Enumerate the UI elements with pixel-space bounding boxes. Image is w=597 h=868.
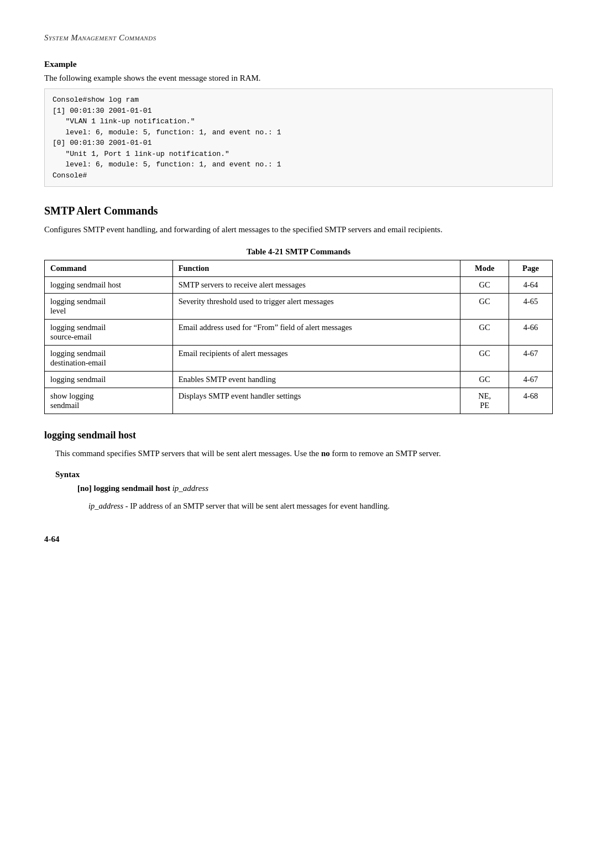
table-cell-page: 4-64 <box>509 277 553 294</box>
smtp-section: SMTP Alert Commands Configures SMTP even… <box>44 205 553 414</box>
table-row: logging sendmailEnables SMTP event handl… <box>45 372 553 388</box>
table-row: logging sendmail hostSMTP servers to rec… <box>45 277 553 294</box>
table-cell-mode: GC <box>460 346 509 372</box>
table-header-row: Command Function Mode Page <box>45 260 553 277</box>
syntax-line: [no] logging sendmail host ip_address <box>55 484 553 493</box>
table-cell-command: show logging sendmail <box>45 388 173 414</box>
syntax-container: Syntax [no] logging sendmail host ip_add… <box>44 470 553 513</box>
param-desc-text: - IP address of an SMTP server that will… <box>123 501 390 510</box>
col-header-mode: Mode <box>460 260 509 277</box>
param-description: ip_address - IP address of an SMTP serve… <box>55 500 553 513</box>
col-header-function: Function <box>172 260 460 277</box>
table-cell-page: 4-67 <box>509 346 553 372</box>
logging-description: This command specifies SMTP servers that… <box>44 447 553 460</box>
table-row: show logging sendmailDisplays SMTP event… <box>45 388 553 414</box>
smtp-commands-table: Command Function Mode Page logging sendm… <box>44 260 553 414</box>
table-cell-command: logging sendmail source-email <box>45 320 173 346</box>
smtp-description: Configures SMTP event handling, and forw… <box>44 223 553 236</box>
table-cell-mode: GC <box>460 372 509 388</box>
table-cell-function: Email recipients of alert messages <box>172 346 460 372</box>
col-header-page: Page <box>509 260 553 277</box>
logging-desc-part1: This command specifies SMTP servers that… <box>55 449 321 458</box>
table-cell-function: Enables SMTP event handling <box>172 372 460 388</box>
table-cell-mode: GC <box>460 294 509 320</box>
table-cell-command: logging sendmail <box>45 372 173 388</box>
table-cell-page: 4-68 <box>509 388 553 414</box>
table-caption: Table 4-21 SMTP Commands <box>44 247 553 257</box>
page-header: System Management Commands <box>44 33 553 43</box>
table-cell-command: logging sendmail level <box>45 294 173 320</box>
logging-desc-bold: no <box>321 449 330 458</box>
syntax-heading: Syntax <box>55 470 553 479</box>
table-cell-page: 4-66 <box>509 320 553 346</box>
syntax-bold: [no] logging sendmail host <box>77 484 172 493</box>
table-cell-mode: GC <box>460 277 509 294</box>
example-intro: The following example shows the event me… <box>44 74 553 83</box>
table-row: logging sendmail destination-emailEmail … <box>45 346 553 372</box>
table-cell-function: Displays SMTP event handler settings <box>172 388 460 414</box>
syntax-italic: ip_address <box>172 484 208 493</box>
table-cell-page: 4-67 <box>509 372 553 388</box>
example-heading: Example <box>44 59 553 69</box>
logging-section: logging sendmail host This command speci… <box>44 430 553 513</box>
table-cell-function: Severity threshold used to trigger alert… <box>172 294 460 320</box>
smtp-title: SMTP Alert Commands <box>44 205 553 217</box>
page-number: 4-64 <box>44 535 553 544</box>
logging-title: logging sendmail host <box>44 430 553 441</box>
table-cell-mode: GC <box>460 320 509 346</box>
example-section: Example The following example shows the … <box>44 59 553 187</box>
table-cell-page: 4-65 <box>509 294 553 320</box>
table-cell-mode: NE, PE <box>460 388 509 414</box>
table-cell-command: logging sendmail host <box>45 277 173 294</box>
table-row: logging sendmail source-emailEmail addre… <box>45 320 553 346</box>
param-name: ip_address <box>88 501 123 510</box>
logging-desc-part2: form to remove an SMTP server. <box>330 449 441 458</box>
table-cell-function: Email address used for “From” field of a… <box>172 320 460 346</box>
table-cell-function: SMTP servers to receive alert messages <box>172 277 460 294</box>
col-header-command: Command <box>45 260 173 277</box>
code-block: Console#show log ram [1] 00:01:30 2001-0… <box>44 88 553 187</box>
table-cell-command: logging sendmail destination-email <box>45 346 173 372</box>
table-row: logging sendmail levelSeverity threshold… <box>45 294 553 320</box>
